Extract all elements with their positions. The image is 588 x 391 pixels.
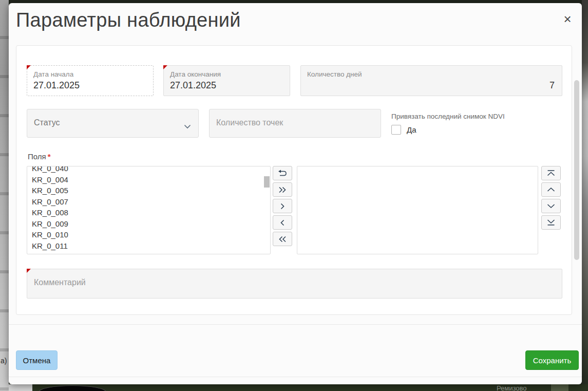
ndvi-checkbox[interactable] [391,125,401,135]
chevron-down-icon [184,122,191,131]
start-date-field[interactable]: Дата начала 27.01.2025 [27,65,154,96]
transfer-buttons [273,166,292,246]
double-chevron-left-icon [278,236,287,243]
days-count-value: 7 [301,80,555,91]
list-item[interactable]: KR_0_040 [27,166,270,174]
end-date-value: 27.01.2025 [170,80,290,91]
list-item[interactable]: KR_0_010 [27,229,270,240]
start-date-label: Дата начала [33,70,153,78]
transfer-return-button[interactable] [273,166,292,180]
required-asterisk: * [48,152,51,161]
start-date-value: 27.01.2025 [33,80,153,91]
end-date-label: Дата окончания [170,70,290,78]
screen: а) Ремизово Параметры наблюдений × Дата … [0,0,588,391]
ndvi-label: Привязать последний снимок NDVI [391,113,505,120]
list-item[interactable]: KR_0_008 [27,207,270,218]
required-corner-marker [27,269,31,273]
required-corner-marker [163,65,167,69]
move-right-button[interactable] [273,199,292,213]
move-up-button[interactable] [541,182,561,197]
ndvi-yes-label: Да [407,125,416,134]
fields-label-text: Поля [28,152,46,161]
move-to-top-button[interactable] [541,166,561,180]
map-road-band [551,384,568,391]
chevron-left-icon [279,219,286,226]
chevron-down-icon [546,203,556,209]
move-to-bottom-button[interactable] [541,215,561,230]
days-count-field[interactable]: Количество дней 7 [300,65,562,96]
status-select[interactable]: Статус [27,109,199,138]
selected-fields-list[interactable] [297,166,538,254]
list-scrollbar[interactable] [264,176,270,188]
points-count-placeholder: Количество точек [216,118,283,127]
chevron-up-bar-icon [546,170,556,177]
footer-divider [9,324,582,325]
chevron-right-icon [279,203,286,210]
list-item[interactable]: KR_0_007 [27,196,270,208]
list-item[interactable]: KR_0_011 [27,240,270,252]
reorder-buttons [541,166,561,230]
modal-scrollbar[interactable] [574,80,579,260]
map-place-label: Ремизово [497,384,527,391]
observation-parameters-dialog: Параметры наблюдений × Дата начала 27.01… [9,3,582,384]
available-fields-items: KR_0_040 KR_0_004 KR_0_005 KR_0_007 KR_0… [27,166,270,254]
comment-field[interactable]: Комментарий [27,269,562,299]
background-map-right-strip [582,0,588,391]
background-map-strip: Ремизово [9,384,588,391]
end-date-field[interactable]: Дата окончания 27.01.2025 [163,65,290,96]
background-map-light-area [9,384,32,391]
status-placeholder: Статус [34,118,60,127]
fields-label: Поля* [28,152,51,161]
move-all-left-button[interactable] [273,232,292,246]
available-fields-list[interactable]: KR_0_040 KR_0_004 KR_0_005 KR_0_007 KR_0… [27,166,271,254]
list-item[interactable]: KR_0_005 [27,185,270,196]
background-page-strip: а) [0,0,9,391]
list-item[interactable]: KR_0_004 [27,174,270,185]
chevron-up-icon [546,187,556,193]
map-field-ellipse [39,385,106,391]
list-item[interactable]: KR_0_009 [27,218,270,230]
close-icon[interactable]: × [560,11,575,27]
background-page-text: а) [1,357,7,365]
move-all-right-button[interactable] [273,182,292,197]
required-corner-marker [27,65,31,69]
dialog-title: Параметры наблюдений [16,9,241,31]
cancel-button[interactable]: Отмена [16,350,58,370]
move-down-button[interactable] [541,199,561,213]
save-button[interactable]: Сохранить [525,350,579,370]
days-count-label: Количество дней [307,70,562,78]
form-card: Дата начала 27.01.2025 Дата окончания 27… [16,45,572,315]
points-count-input[interactable]: Количество точек [209,109,381,138]
chevron-down-bar-icon [546,219,556,226]
list-item[interactable]: KR_0_012 [27,251,270,254]
modal-bottom-divider [9,377,582,377]
move-left-button[interactable] [273,215,292,230]
double-chevron-right-icon [278,187,287,193]
return-arrow-icon [278,170,287,177]
comment-placeholder: Комментарий [34,278,86,287]
